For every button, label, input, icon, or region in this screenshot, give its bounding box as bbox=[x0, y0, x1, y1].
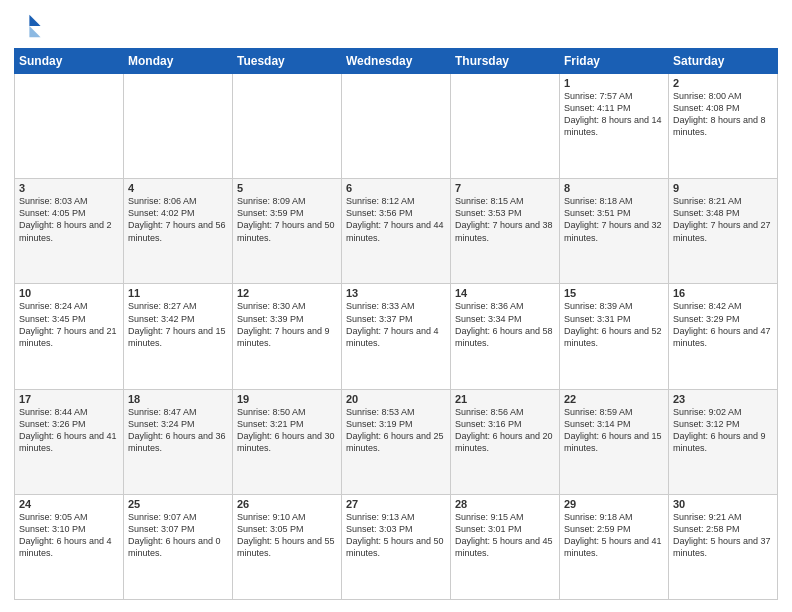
calendar-cell: 25Sunrise: 9:07 AM Sunset: 3:07 PM Dayli… bbox=[124, 494, 233, 599]
calendar-cell: 13Sunrise: 8:33 AM Sunset: 3:37 PM Dayli… bbox=[342, 284, 451, 389]
day-info: Sunrise: 8:09 AM Sunset: 3:59 PM Dayligh… bbox=[237, 195, 337, 244]
day-info: Sunrise: 8:33 AM Sunset: 3:37 PM Dayligh… bbox=[346, 300, 446, 349]
weekday-header-saturday: Saturday bbox=[669, 49, 778, 74]
day-info: Sunrise: 9:10 AM Sunset: 3:05 PM Dayligh… bbox=[237, 511, 337, 560]
calendar-cell bbox=[233, 74, 342, 179]
calendar-cell: 8Sunrise: 8:18 AM Sunset: 3:51 PM Daylig… bbox=[560, 179, 669, 284]
day-number: 27 bbox=[346, 498, 446, 510]
page: SundayMondayTuesdayWednesdayThursdayFrid… bbox=[0, 0, 792, 612]
calendar-cell: 15Sunrise: 8:39 AM Sunset: 3:31 PM Dayli… bbox=[560, 284, 669, 389]
day-number: 6 bbox=[346, 182, 446, 194]
calendar-cell: 6Sunrise: 8:12 AM Sunset: 3:56 PM Daylig… bbox=[342, 179, 451, 284]
calendar-cell bbox=[15, 74, 124, 179]
calendar-cell: 14Sunrise: 8:36 AM Sunset: 3:34 PM Dayli… bbox=[451, 284, 560, 389]
calendar-cell: 12Sunrise: 8:30 AM Sunset: 3:39 PM Dayli… bbox=[233, 284, 342, 389]
day-info: Sunrise: 9:07 AM Sunset: 3:07 PM Dayligh… bbox=[128, 511, 228, 560]
day-info: Sunrise: 8:59 AM Sunset: 3:14 PM Dayligh… bbox=[564, 406, 664, 455]
calendar-cell: 2Sunrise: 8:00 AM Sunset: 4:08 PM Daylig… bbox=[669, 74, 778, 179]
calendar-cell: 7Sunrise: 8:15 AM Sunset: 3:53 PM Daylig… bbox=[451, 179, 560, 284]
weekday-header-tuesday: Tuesday bbox=[233, 49, 342, 74]
day-number: 14 bbox=[455, 287, 555, 299]
day-number: 1 bbox=[564, 77, 664, 89]
day-number: 29 bbox=[564, 498, 664, 510]
calendar-cell: 22Sunrise: 8:59 AM Sunset: 3:14 PM Dayli… bbox=[560, 389, 669, 494]
calendar-cell: 16Sunrise: 8:42 AM Sunset: 3:29 PM Dayli… bbox=[669, 284, 778, 389]
calendar-cell: 10Sunrise: 8:24 AM Sunset: 3:45 PM Dayli… bbox=[15, 284, 124, 389]
day-info: Sunrise: 8:30 AM Sunset: 3:39 PM Dayligh… bbox=[237, 300, 337, 349]
weekday-header-monday: Monday bbox=[124, 49, 233, 74]
calendar-cell bbox=[451, 74, 560, 179]
day-info: Sunrise: 8:24 AM Sunset: 3:45 PM Dayligh… bbox=[19, 300, 119, 349]
day-number: 19 bbox=[237, 393, 337, 405]
calendar-cell bbox=[124, 74, 233, 179]
day-info: Sunrise: 8:36 AM Sunset: 3:34 PM Dayligh… bbox=[455, 300, 555, 349]
calendar-cell: 27Sunrise: 9:13 AM Sunset: 3:03 PM Dayli… bbox=[342, 494, 451, 599]
day-number: 11 bbox=[128, 287, 228, 299]
svg-marker-0 bbox=[29, 15, 40, 26]
calendar-cell: 21Sunrise: 8:56 AM Sunset: 3:16 PM Dayli… bbox=[451, 389, 560, 494]
day-info: Sunrise: 8:03 AM Sunset: 4:05 PM Dayligh… bbox=[19, 195, 119, 244]
day-info: Sunrise: 8:06 AM Sunset: 4:02 PM Dayligh… bbox=[128, 195, 228, 244]
day-number: 21 bbox=[455, 393, 555, 405]
calendar-week-5: 24Sunrise: 9:05 AM Sunset: 3:10 PM Dayli… bbox=[15, 494, 778, 599]
header bbox=[14, 12, 778, 40]
day-info: Sunrise: 8:42 AM Sunset: 3:29 PM Dayligh… bbox=[673, 300, 773, 349]
logo-icon bbox=[14, 12, 42, 40]
day-number: 9 bbox=[673, 182, 773, 194]
day-number: 2 bbox=[673, 77, 773, 89]
day-number: 23 bbox=[673, 393, 773, 405]
calendar-week-4: 17Sunrise: 8:44 AM Sunset: 3:26 PM Dayli… bbox=[15, 389, 778, 494]
day-number: 22 bbox=[564, 393, 664, 405]
day-info: Sunrise: 9:18 AM Sunset: 2:59 PM Dayligh… bbox=[564, 511, 664, 560]
day-info: Sunrise: 7:57 AM Sunset: 4:11 PM Dayligh… bbox=[564, 90, 664, 139]
day-number: 16 bbox=[673, 287, 773, 299]
day-number: 4 bbox=[128, 182, 228, 194]
day-number: 13 bbox=[346, 287, 446, 299]
day-number: 28 bbox=[455, 498, 555, 510]
day-info: Sunrise: 8:27 AM Sunset: 3:42 PM Dayligh… bbox=[128, 300, 228, 349]
day-info: Sunrise: 8:47 AM Sunset: 3:24 PM Dayligh… bbox=[128, 406, 228, 455]
calendar-cell: 26Sunrise: 9:10 AM Sunset: 3:05 PM Dayli… bbox=[233, 494, 342, 599]
day-info: Sunrise: 9:21 AM Sunset: 2:58 PM Dayligh… bbox=[673, 511, 773, 560]
day-number: 20 bbox=[346, 393, 446, 405]
logo bbox=[14, 12, 46, 40]
day-info: Sunrise: 9:15 AM Sunset: 3:01 PM Dayligh… bbox=[455, 511, 555, 560]
day-number: 3 bbox=[19, 182, 119, 194]
calendar-cell: 1Sunrise: 7:57 AM Sunset: 4:11 PM Daylig… bbox=[560, 74, 669, 179]
calendar-header-row: SundayMondayTuesdayWednesdayThursdayFrid… bbox=[15, 49, 778, 74]
calendar-week-3: 10Sunrise: 8:24 AM Sunset: 3:45 PM Dayli… bbox=[15, 284, 778, 389]
day-number: 25 bbox=[128, 498, 228, 510]
day-number: 12 bbox=[237, 287, 337, 299]
day-info: Sunrise: 8:21 AM Sunset: 3:48 PM Dayligh… bbox=[673, 195, 773, 244]
day-number: 10 bbox=[19, 287, 119, 299]
calendar-cell: 19Sunrise: 8:50 AM Sunset: 3:21 PM Dayli… bbox=[233, 389, 342, 494]
calendar-cell: 30Sunrise: 9:21 AM Sunset: 2:58 PM Dayli… bbox=[669, 494, 778, 599]
day-info: Sunrise: 8:12 AM Sunset: 3:56 PM Dayligh… bbox=[346, 195, 446, 244]
day-number: 17 bbox=[19, 393, 119, 405]
day-number: 24 bbox=[19, 498, 119, 510]
day-info: Sunrise: 8:39 AM Sunset: 3:31 PM Dayligh… bbox=[564, 300, 664, 349]
day-info: Sunrise: 8:00 AM Sunset: 4:08 PM Dayligh… bbox=[673, 90, 773, 139]
calendar-cell bbox=[342, 74, 451, 179]
day-number: 5 bbox=[237, 182, 337, 194]
day-info: Sunrise: 9:02 AM Sunset: 3:12 PM Dayligh… bbox=[673, 406, 773, 455]
day-info: Sunrise: 8:53 AM Sunset: 3:19 PM Dayligh… bbox=[346, 406, 446, 455]
day-number: 26 bbox=[237, 498, 337, 510]
calendar-table: SundayMondayTuesdayWednesdayThursdayFrid… bbox=[14, 48, 778, 600]
day-info: Sunrise: 8:50 AM Sunset: 3:21 PM Dayligh… bbox=[237, 406, 337, 455]
day-number: 15 bbox=[564, 287, 664, 299]
day-info: Sunrise: 8:44 AM Sunset: 3:26 PM Dayligh… bbox=[19, 406, 119, 455]
day-info: Sunrise: 8:56 AM Sunset: 3:16 PM Dayligh… bbox=[455, 406, 555, 455]
calendar-cell: 28Sunrise: 9:15 AM Sunset: 3:01 PM Dayli… bbox=[451, 494, 560, 599]
calendar-cell: 5Sunrise: 8:09 AM Sunset: 3:59 PM Daylig… bbox=[233, 179, 342, 284]
calendar-cell: 4Sunrise: 8:06 AM Sunset: 4:02 PM Daylig… bbox=[124, 179, 233, 284]
calendar-cell: 17Sunrise: 8:44 AM Sunset: 3:26 PM Dayli… bbox=[15, 389, 124, 494]
day-info: Sunrise: 9:05 AM Sunset: 3:10 PM Dayligh… bbox=[19, 511, 119, 560]
weekday-header-wednesday: Wednesday bbox=[342, 49, 451, 74]
calendar-cell: 11Sunrise: 8:27 AM Sunset: 3:42 PM Dayli… bbox=[124, 284, 233, 389]
calendar-cell: 20Sunrise: 8:53 AM Sunset: 3:19 PM Dayli… bbox=[342, 389, 451, 494]
day-info: Sunrise: 8:18 AM Sunset: 3:51 PM Dayligh… bbox=[564, 195, 664, 244]
day-number: 30 bbox=[673, 498, 773, 510]
weekday-header-thursday: Thursday bbox=[451, 49, 560, 74]
day-info: Sunrise: 9:13 AM Sunset: 3:03 PM Dayligh… bbox=[346, 511, 446, 560]
